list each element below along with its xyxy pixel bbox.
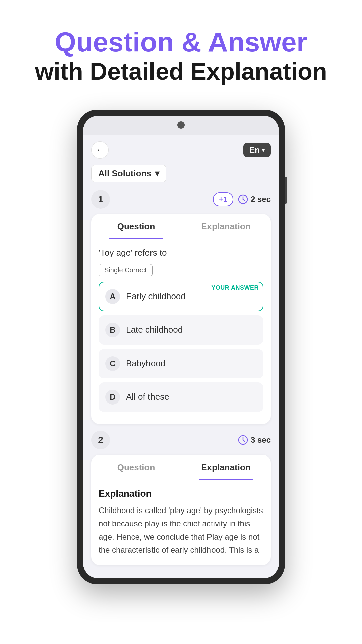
option-b-letter: B bbox=[105, 323, 120, 337]
app-content: ← En ▾ All Solutions ▾ 1 +1 bbox=[83, 135, 279, 578]
phone-mockup: ← En ▾ All Solutions ▾ 1 +1 bbox=[77, 110, 285, 584]
time-badge-1: 2 sec bbox=[238, 194, 271, 204]
option-a-text: Early childhood bbox=[126, 291, 186, 302]
option-d-letter: D bbox=[105, 390, 120, 405]
your-answer-label: YOUR ANSWER bbox=[211, 284, 259, 291]
time-value-1: 2 sec bbox=[251, 195, 271, 204]
header-title-black: with Detailed Explanation bbox=[35, 57, 327, 86]
option-b-text: Late childhood bbox=[126, 325, 183, 335]
option-c[interactable]: C Babyhood bbox=[99, 349, 263, 378]
top-bar: ← En ▾ bbox=[91, 141, 271, 159]
svg-line-2 bbox=[243, 199, 245, 201]
phone-top-bar bbox=[83, 116, 279, 135]
back-button[interactable]: ← bbox=[91, 141, 109, 159]
language-button[interactable]: En ▾ bbox=[243, 143, 271, 157]
phone-side-button bbox=[285, 177, 287, 204]
question1-card: Question Explanation 'Toy age' refers to… bbox=[91, 214, 271, 424]
option-a-letter: A bbox=[105, 289, 120, 304]
tab-explanation-2[interactable]: Explanation bbox=[181, 455, 271, 480]
option-c-text: Babyhood bbox=[126, 358, 165, 369]
plus-badge: +1 bbox=[213, 192, 233, 206]
question1-meta: +1 2 sec bbox=[213, 192, 271, 206]
question1-row: 1 +1 2 sec bbox=[91, 190, 271, 209]
question1-text: 'Toy age' refers to bbox=[99, 248, 263, 258]
clock-icon bbox=[238, 194, 248, 204]
solutions-dropdown[interactable]: All Solutions ▾ bbox=[91, 165, 166, 182]
question2-row: 2 3 sec bbox=[91, 431, 271, 449]
language-chevron-icon: ▾ bbox=[262, 146, 265, 154]
solutions-chevron-icon: ▾ bbox=[155, 168, 159, 179]
question2-meta: 3 sec bbox=[238, 435, 271, 445]
option-b[interactable]: B Late childhood bbox=[99, 315, 263, 345]
svg-line-5 bbox=[243, 440, 245, 441]
time-badge-2: 3 sec bbox=[238, 435, 271, 445]
header-title-purple: Question & Answer bbox=[35, 27, 327, 57]
question1-number: 1 bbox=[91, 190, 110, 209]
option-c-letter: C bbox=[105, 356, 120, 371]
language-label: En bbox=[249, 145, 260, 155]
question2-card: Question Explanation Explanation Childho… bbox=[91, 455, 271, 565]
option-a[interactable]: YOUR ANSWER A Early childhood bbox=[99, 282, 263, 311]
question2-number: 2 bbox=[91, 431, 110, 449]
single-correct-badge: Single Correct bbox=[99, 264, 153, 276]
question2-exp-body: Explanation Childhood is called 'play ag… bbox=[91, 480, 271, 565]
page-header: Question & Answer with Detailed Explanat… bbox=[35, 27, 327, 86]
question2-tabs: Question Explanation bbox=[91, 455, 271, 480]
option-d[interactable]: D All of these bbox=[99, 382, 263, 412]
tab-question-1[interactable]: Question bbox=[91, 214, 181, 239]
tab-explanation-1[interactable]: Explanation bbox=[181, 214, 271, 239]
time-value-2: 3 sec bbox=[251, 435, 271, 445]
question1-body: 'Toy age' refers to Single Correct YOUR … bbox=[91, 239, 271, 424]
back-arrow-icon: ← bbox=[96, 146, 104, 154]
tab-question-2[interactable]: Question bbox=[91, 455, 181, 480]
exp-text: Childhood is called 'play age' by psycho… bbox=[99, 504, 263, 557]
camera-dot bbox=[177, 121, 185, 129]
exp-title: Explanation bbox=[99, 488, 263, 499]
option-d-text: All of these bbox=[126, 392, 169, 402]
solutions-label: All Solutions bbox=[98, 168, 152, 179]
phone-screen: ← En ▾ All Solutions ▾ 1 +1 bbox=[83, 116, 279, 578]
question1-tabs: Question Explanation bbox=[91, 214, 271, 239]
clock-icon-2 bbox=[238, 435, 248, 445]
